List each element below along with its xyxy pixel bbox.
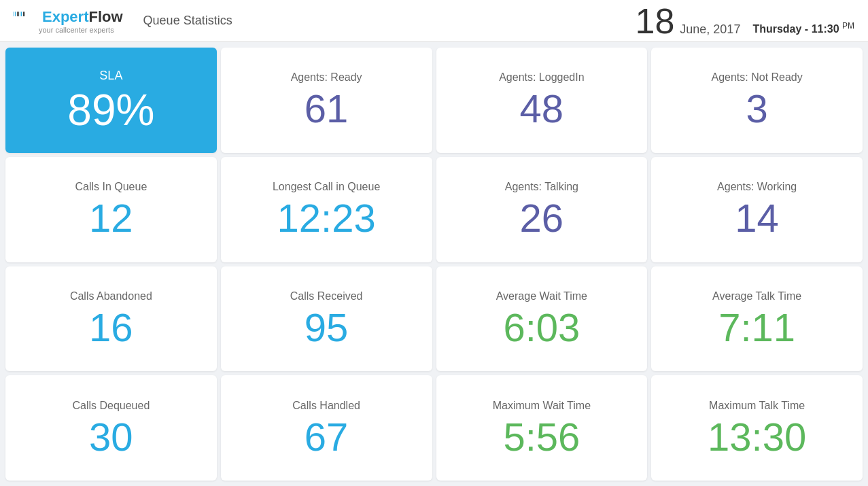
logo-text: ExpertFlow [42,8,123,26]
stat-card-maximum-wait-time: Maximum Wait Time5:56 [436,375,648,481]
stat-label-calls-abandoned: Calls Abandoned [70,290,152,302]
stat-label-maximum-wait-time: Maximum Wait Time [493,400,591,412]
stat-label-calls-handled: Calls Handled [292,400,360,412]
stat-value-average-talk-time: 7:11 [718,308,795,347]
stat-value-calls-abandoned: 16 [89,308,133,347]
stat-card-agents-working: Agents: Working14 [651,157,863,262]
stat-value-agents-working: 14 [735,198,779,238]
stat-label-average-wait-time: Average Wait Time [496,290,587,302]
stat-card-agents-talking: Agents: Talking26 [436,157,648,262]
stat-value-calls-handled: 67 [305,417,349,457]
header-title: Queue Statistics [143,14,232,28]
logo-tagline: your callcenter experts [39,26,114,34]
stat-card-maximum-talk-time: Maximum Talk Time13:30 [651,375,863,481]
stat-value-calls-in-queue: 12 [89,198,133,238]
stat-label-agents-not-ready: Agents: Not Ready [711,71,802,84]
stat-card-calls-abandoned: Calls Abandoned16 [5,266,217,372]
stat-card-agents-not-ready: Agents: Not Ready3 [651,48,863,153]
stat-card-average-wait-time: Average Wait Time6:03 [436,266,648,372]
stat-card-calls-dequeued: Calls Dequeued30 [5,375,217,481]
stat-card-calls-received: Calls Received95 [221,266,432,372]
stat-value-agents-talking: 26 [520,198,564,238]
stat-card-agents-loggedin: Agents: LoggedIn48 [436,48,648,153]
stat-label-agents-loggedin: Agents: LoggedIn [499,71,584,84]
stat-value-maximum-wait-time: 5:56 [503,417,580,457]
header-month: June, 2017 [680,22,740,37]
stats-grid: SLA89%Agents: Ready61Agents: LoggedIn48A… [0,42,868,486]
stat-card-calls-in-queue: Calls In Queue12 [5,157,217,262]
stat-value-longest-call-queue: 12:23 [277,198,376,238]
stat-value-calls-received: 95 [305,308,349,347]
stat-label-calls-dequeued: Calls Dequeued [72,400,150,412]
stat-label-calls-received: Calls Received [290,290,363,302]
logo-grid-icon [14,12,37,22]
stat-label-average-talk-time: Average Talk Time [712,290,801,302]
header-datetime: 18 June, 2017 Thursday - 11:30 PM [635,3,854,39]
stat-card-agents-ready: Agents: Ready61 [221,48,432,153]
stat-value-calls-dequeued: 30 [89,417,133,457]
stat-card-calls-handled: Calls Handled67 [221,375,432,481]
header-day: 18 [635,3,674,39]
stat-value-sla: 89% [67,88,154,132]
stat-value-agents-ready: 61 [305,89,349,128]
stat-label-calls-in-queue: Calls In Queue [75,181,147,193]
stat-value-maximum-talk-time: 13:30 [708,417,806,457]
stat-label-agents-working: Agents: Working [717,181,797,193]
stat-card-longest-call-queue: Longest Call in Queue12:23 [221,157,432,262]
stat-label-maximum-talk-time: Maximum Talk Time [709,400,805,412]
stat-label-agents-ready: Agents: Ready [291,71,362,84]
stat-card-sla: SLA89% [5,48,217,153]
stat-value-agents-loggedin: 48 [520,89,564,128]
stat-label-longest-call-queue: Longest Call in Queue [273,181,380,193]
stat-value-average-wait-time: 6:03 [503,308,580,347]
header-weekday: Thursday - 11:30 PM [752,21,854,35]
logo-area: ExpertFlow your callcenter experts [14,8,123,34]
stat-card-average-talk-time: Average Talk Time7:11 [651,266,863,372]
stat-label-agents-talking: Agents: Talking [505,181,578,193]
stat-label-sla: SLA [99,69,122,83]
stat-value-agents-not-ready: 3 [746,89,767,128]
header: ExpertFlow your callcenter experts Queue… [0,0,868,42]
